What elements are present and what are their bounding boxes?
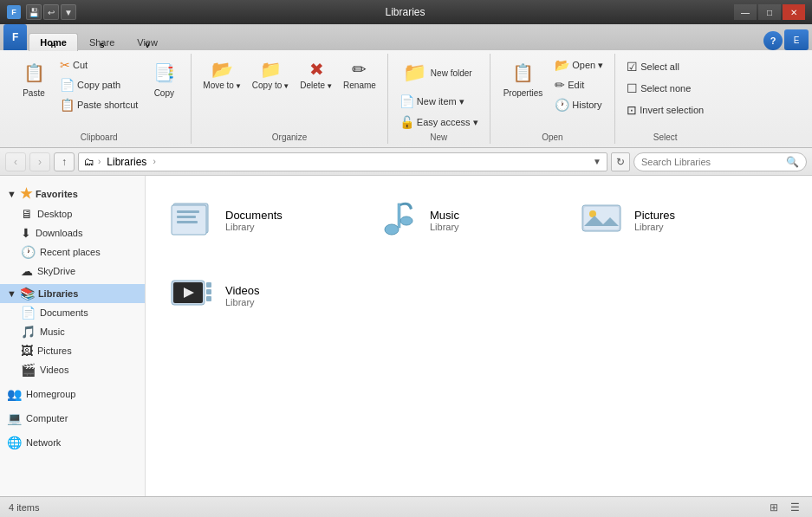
status-bar: 4 items ⊞ ☰ [0, 496, 812, 517]
pictures-icon: 🖼 [21, 344, 33, 358]
computer-label: Computer [26, 413, 68, 423]
sidebar-item-downloads[interactable]: ⬇ Downloads [0, 223, 145, 242]
sidebar-item-skydrive[interactable]: ☁ SkyDrive [0, 262, 145, 281]
window-title: Libraries [76, 6, 734, 18]
library-item-music[interactable]: Music Library [367, 190, 558, 251]
content-area: Documents Library Music Library [146, 176, 812, 496]
select-label: Select [653, 132, 678, 142]
help-button[interactable]: ? [763, 31, 783, 50]
music-type: Library [430, 222, 459, 232]
copy-button[interactable]: 📑 Copy [144, 55, 184, 101]
minimize-button[interactable]: — [734, 4, 757, 20]
select-all-button[interactable]: ☑ Select all [622, 57, 708, 76]
sidebar-item-network[interactable]: 🌐 Network [0, 433, 145, 452]
open-group: 📋 Properties 📂 Open ▾ ✏ Edit [490, 54, 616, 144]
pictures-type: Library [634, 222, 675, 232]
sidebar-item-pictures[interactable]: 🖼 Pictures [0, 341, 145, 360]
large-icons-view-button[interactable]: ⊞ [765, 501, 783, 514]
easy-access-icon: 🔓 [400, 115, 414, 129]
quick-access-save[interactable]: 💾 [26, 4, 42, 20]
sidebar-item-homegroup[interactable]: 👥 Homegroup [0, 385, 145, 404]
open-icon: 📂 [555, 58, 569, 72]
homegroup-icon: 👥 [7, 387, 22, 401]
delete-icon: ✖ [309, 59, 324, 80]
content-grid: Documents Library Music Library [163, 190, 795, 326]
tab-share[interactable]: Share S [78, 33, 126, 51]
ribbon: F Home H Share S View V ? E 📋 Paste [0, 24, 812, 148]
sidebar-item-desktop[interactable]: 🖥 Desktop [0, 204, 145, 223]
address-bar[interactable]: 🗂 › Libraries › ▼ [78, 152, 607, 171]
music-icon: 🎵 [21, 325, 36, 339]
user-button[interactable]: E [784, 29, 809, 50]
sidebar-item-recent[interactable]: 🕐 Recent places [0, 242, 145, 262]
paste-button[interactable]: 📋 Paste [14, 55, 54, 101]
libraries-section: ▼ 📚 Libraries 📄 Documents 🎵 Music 🖼 Pict… [0, 284, 145, 379]
copy-to-icon: 📁 [260, 59, 282, 80]
back-button[interactable]: ‹ [5, 152, 26, 171]
select-group: ☑ Select all ☐ Select none ⊡ Invert sele… [615, 54, 715, 144]
libraries-header[interactable]: ▼ 📚 Libraries [0, 284, 145, 303]
forward-button[interactable]: › [29, 152, 50, 171]
details-view-button[interactable]: ☰ [786, 501, 803, 514]
recent-icon: 🕐 [21, 245, 36, 259]
move-to-icon: 📂 [211, 59, 233, 80]
desktop-label: Desktop [37, 209, 72, 219]
sidebar-item-music[interactable]: 🎵 Music [0, 322, 145, 341]
paste-shortcut-icon: 📋 [60, 98, 75, 112]
select-none-button[interactable]: ☐ Select none [622, 79, 708, 98]
favorites-header[interactable]: ▼ ★ Favorites [0, 183, 145, 204]
title-bar: F 💾 ↩ ▼ Libraries — □ ✕ [0, 0, 812, 24]
cut-button[interactable]: ✂ Cut [55, 55, 142, 74]
sidebar-item-computer[interactable]: 💻 Computer [0, 409, 145, 428]
maximize-button[interactable]: □ [758, 4, 781, 20]
file-tab-button[interactable]: F [3, 24, 27, 50]
documents-name: Documents [225, 209, 283, 222]
videos-label: Videos [40, 365, 68, 375]
tab-view[interactable]: View V [126, 33, 169, 51]
address-libraries[interactable]: Libraries [104, 155, 149, 169]
sidebar-item-videos[interactable]: 🎬 Videos [0, 360, 145, 379]
paste-shortcut-button[interactable]: 📋 Paste shortcut [55, 95, 142, 114]
up-button[interactable]: ↑ [54, 152, 75, 171]
organize-label: Organize [272, 132, 308, 142]
rename-button[interactable]: ✏ Rename [339, 55, 380, 94]
new-folder-button[interactable]: 📁 New folder [395, 55, 478, 90]
edit-button[interactable]: ✏ Edit [550, 75, 607, 94]
sidebar-item-documents[interactable]: 📄 Documents [0, 303, 145, 322]
skydrive-icon: ☁ [21, 264, 33, 278]
search-input[interactable] [641, 157, 783, 167]
libraries-icon: 📚 [20, 287, 35, 301]
downloads-label: Downloads [36, 228, 82, 238]
history-button[interactable]: 🕐 History [550, 95, 607, 114]
recent-label: Recent places [40, 247, 101, 257]
address-dropdown-icon[interactable]: ▼ [593, 157, 601, 166]
close-button[interactable]: ✕ [783, 4, 805, 20]
clipboard-group: 📋 Paste ✂ Cut 📄 Copy path 📋 Paste [7, 54, 192, 144]
tab-home[interactable]: Home H [29, 33, 78, 51]
app-icon: F [7, 5, 21, 19]
library-item-pictures[interactable]: Pictures Library [572, 190, 763, 251]
delete-button[interactable]: ✖ Delete ▼ [296, 55, 337, 94]
open-button[interactable]: 📂 Open ▾ [550, 55, 607, 74]
copy-to-button[interactable]: 📁 Copy to ▼ [248, 55, 294, 94]
paste-icon: 📋 [20, 59, 48, 87]
move-to-button[interactable]: 📂 Move to ▼ [198, 55, 246, 94]
computer-icon: 💻 [7, 411, 22, 425]
new-item-button[interactable]: 📄 New item ▾ [395, 92, 469, 111]
properties-icon: 📋 [509, 59, 536, 87]
properties-button[interactable]: 📋 Properties [497, 55, 549, 101]
refresh-button[interactable]: ↻ [611, 152, 630, 171]
quick-access-undo[interactable]: ↩ [43, 4, 59, 20]
search-icon[interactable]: 🔍 [786, 156, 799, 168]
svg-rect-3 [177, 216, 196, 218]
invert-selection-button[interactable]: ⊡ Invert selection [622, 100, 708, 120]
quick-access-dropdown[interactable]: ▼ [61, 4, 76, 20]
edit-icon: ✏ [555, 78, 565, 92]
library-item-videos[interactable]: Videos Library [163, 265, 354, 326]
easy-access-button[interactable]: 🔓 Easy access ▾ [395, 113, 483, 132]
copy-path-icon: 📄 [60, 78, 75, 92]
copy-path-button[interactable]: 📄 Copy path [55, 75, 142, 94]
svg-rect-1 [172, 205, 206, 235]
library-item-documents[interactable]: Documents Library [163, 190, 354, 251]
homegroup-label: Homegroup [26, 389, 75, 399]
